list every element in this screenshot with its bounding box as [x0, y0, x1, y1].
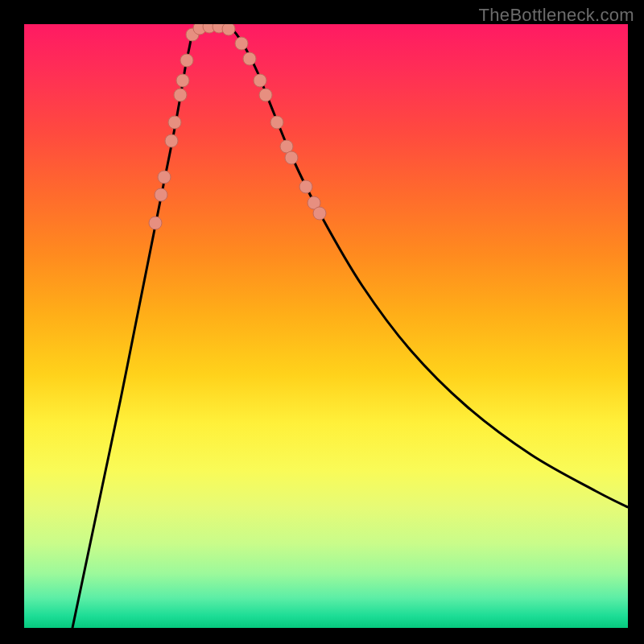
data-marker — [174, 89, 187, 101]
data-marker — [222, 24, 235, 35]
data-marker — [176, 74, 189, 87]
data-marker — [180, 54, 193, 67]
data-marker — [313, 207, 326, 220]
watermark-text: TheBottleneck.com — [479, 5, 634, 26]
data-marker — [259, 89, 272, 101]
data-marker — [243, 52, 256, 65]
bottleneck-curve — [24, 24, 628, 628]
chart-frame: TheBottleneck.com — [0, 0, 644, 644]
data-marker — [254, 74, 266, 87]
data-marker — [165, 134, 178, 147]
data-marker — [158, 171, 171, 184]
data-marker — [299, 180, 312, 193]
data-marker — [235, 37, 248, 50]
plot-area — [24, 24, 628, 628]
data-marker — [285, 151, 298, 164]
data-marker — [155, 188, 167, 201]
data-marker — [168, 116, 181, 129]
data-marker — [270, 116, 283, 129]
curve-path — [72, 26, 628, 628]
data-marker — [149, 217, 162, 229]
